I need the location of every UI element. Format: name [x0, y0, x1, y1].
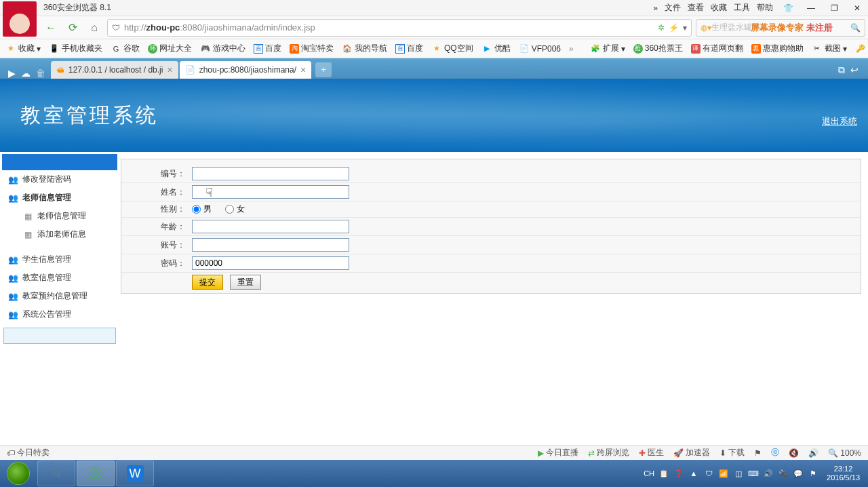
menu-file[interactable]: 文件	[665, 2, 681, 14]
menu-help[interactable]: 帮助	[757, 2, 773, 14]
status-cross[interactable]: ⇄跨屏浏览	[588, 447, 629, 459]
menu-tools[interactable]: 工具	[734, 2, 750, 14]
task-app1[interactable]: ✎	[37, 461, 75, 486]
grid-icon: ▦	[22, 229, 33, 240]
trash-icon[interactable]: 🗑	[36, 68, 45, 79]
bookmark-qzone[interactable]: ★QQ空间	[431, 43, 473, 54]
input-account[interactable]	[192, 238, 349, 252]
back-button[interactable]: ←	[42, 19, 60, 37]
status-live[interactable]: ▶今日直播	[538, 447, 578, 459]
input-name[interactable]	[192, 185, 349, 199]
bookmark-mobile[interactable]: 📱手机收藏夹	[49, 43, 102, 54]
status-accel[interactable]: 🚀加速器	[673, 447, 710, 459]
input-age[interactable]	[192, 220, 349, 233]
tab-app[interactable]: 📄 zhou-pc:8080/jiaoshimana/ ×	[180, 61, 312, 79]
ext-login[interactable]: 🔑登录管家	[855, 43, 868, 54]
radio-female-wrap[interactable]: 女	[225, 203, 245, 215]
tray-app-icon[interactable]: ◫	[733, 468, 744, 479]
search-icon[interactable]: 🔍	[850, 23, 861, 33]
bookmark-youku[interactable]: ▶优酷	[481, 43, 511, 54]
tray-help-icon[interactable]: ❓	[673, 468, 684, 479]
status-sale[interactable]: 🏷今日特卖	[7, 447, 50, 459]
status-nosound[interactable]: 🔇	[789, 448, 799, 458]
taskbar-clock[interactable]: 23:12 2016/5/13	[823, 465, 864, 482]
maximize-button[interactable]: ❐	[826, 1, 842, 15]
tray-power-icon[interactable]: 🔌	[778, 468, 789, 479]
bookmark-sites[interactable]: 环网址大全	[148, 43, 192, 54]
sidebar-item-1[interactable]: 👥老师信息管理	[2, 189, 117, 207]
submit-button[interactable]: 提交	[192, 275, 223, 290]
radio-male-wrap[interactable]: 男	[192, 203, 212, 215]
user-avatar[interactable]	[3, 1, 37, 37]
tray-msg-icon[interactable]: 💬	[793, 468, 804, 479]
status-zoom[interactable]: 🔍100%	[828, 448, 861, 458]
sidebar-item-5[interactable]: 👥教室信息管理	[2, 269, 117, 287]
address-bar[interactable]: 🛡 http://zhou-pc:8080/jiaoshimana/admin/…	[107, 19, 692, 37]
task-browser[interactable]: ⓔ	[77, 461, 115, 486]
bookmark-games[interactable]: 🎮游戏中心	[200, 43, 245, 54]
status-ie[interactable]: ⓔ	[771, 447, 779, 459]
search-engine-icon[interactable]: ◍▾	[701, 23, 711, 33]
tray-ime-icon[interactable]: 📋	[658, 468, 669, 479]
menu-favorites[interactable]: 收藏	[711, 2, 727, 14]
radio-female[interactable]	[225, 205, 234, 214]
skin-button[interactable]: 👕	[780, 1, 796, 15]
refresh-button[interactable]: ⟳	[64, 19, 81, 37]
status-doctor[interactable]: ✚医生	[639, 447, 664, 459]
input-password[interactable]	[192, 256, 349, 270]
favorites-button[interactable]: ★收藏 ▾	[5, 43, 41, 54]
status-sound[interactable]: 🔊	[808, 448, 818, 458]
tray-net-icon[interactable]: 📶	[718, 468, 729, 479]
dropdown-icon[interactable]: ▾	[683, 23, 687, 33]
tab-phpmyadmin[interactable]: 🛳 127.0.0.1 / localhost / db.ji ×	[51, 61, 178, 79]
close-tab-icon[interactable]: ×	[300, 64, 306, 75]
task-wps[interactable]: W	[116, 461, 154, 486]
bookmark-google[interactable]: G谷歌	[111, 43, 140, 54]
tray-vol-icon[interactable]: 🔊	[763, 468, 774, 479]
minimize-button[interactable]: —	[803, 1, 819, 15]
ext-screenshot[interactable]: ✂截图 ▾	[812, 43, 847, 54]
ext-ticket[interactable]: 抢360抢票王	[633, 43, 683, 54]
sidebar-item-0[interactable]: 👥修改登陆密码	[2, 170, 117, 189]
tray-keyboard-icon[interactable]: ⌨	[748, 468, 759, 479]
bookmark-mynav[interactable]: 🏠我的导航	[342, 43, 387, 54]
sidebar-item-6[interactable]: 👥教室预约信息管理	[2, 287, 117, 305]
radio-male[interactable]	[192, 205, 201, 214]
status-flag[interactable]: ⚑	[754, 448, 762, 458]
ext-button[interactable]: 🧩扩展 ▾	[590, 43, 625, 54]
tray-flag-icon[interactable]: ⚑	[808, 468, 818, 479]
bookmark-taobao[interactable]: 淘淘宝特卖	[290, 43, 334, 54]
sidebar-item-2[interactable]: ▦老师信息管理	[2, 207, 117, 225]
close-tab-icon[interactable]: ×	[167, 64, 172, 75]
lightning-icon: ⚡	[669, 23, 679, 33]
sidebar-item-4[interactable]: 👥学生信息管理	[2, 250, 117, 269]
ext-translate[interactable]: 译有道网页翻	[691, 43, 743, 54]
search-box[interactable]: ◍▾ 生理盐水罐装 屏幕录像专家 未注册 🔍	[696, 19, 865, 37]
collect-tabs-icon[interactable]: ⧉	[838, 64, 845, 76]
logout-link[interactable]: 退出系统	[822, 115, 857, 128]
cloud-icon[interactable]: ☁	[21, 68, 31, 79]
new-tab-button[interactable]: +	[315, 62, 332, 77]
ext-shopping[interactable]: 惠惠惠购物助	[751, 43, 804, 54]
sidebar-item-3[interactable]: ▦添加老师信息	[2, 225, 117, 244]
start-button[interactable]	[0, 460, 37, 487]
lang-indicator[interactable]: CH	[644, 469, 654, 478]
bookmark-baidu1[interactable]: 百百度	[254, 43, 281, 54]
undo-close-icon[interactable]: ↩	[850, 64, 859, 76]
reset-button[interactable]: 重置	[230, 275, 261, 290]
close-button[interactable]: ✕	[849, 1, 865, 15]
tray-shield-icon[interactable]: 🛡	[703, 468, 714, 479]
bookmark-vfp[interactable]: 📄VFP006	[519, 43, 561, 54]
status-download[interactable]: ⬇下载	[719, 447, 745, 459]
input-id[interactable]	[192, 167, 349, 180]
sidebar-item-label: 学生信息管理	[22, 254, 71, 265]
tray-up-icon[interactable]: ▲	[688, 468, 699, 479]
label-id: 编号：	[121, 168, 189, 180]
more-bookmarks-icon[interactable]: »	[569, 44, 574, 54]
home-button[interactable]: ⌂	[85, 19, 103, 37]
forward-tab-icon[interactable]: ▶	[8, 68, 16, 79]
sidebar-item-7[interactable]: 👥系统公告管理	[2, 305, 117, 324]
grid-icon: ▦	[22, 211, 33, 222]
menu-view[interactable]: 查看	[688, 2, 704, 14]
bookmark-baidu2[interactable]: 百百度	[395, 43, 423, 54]
